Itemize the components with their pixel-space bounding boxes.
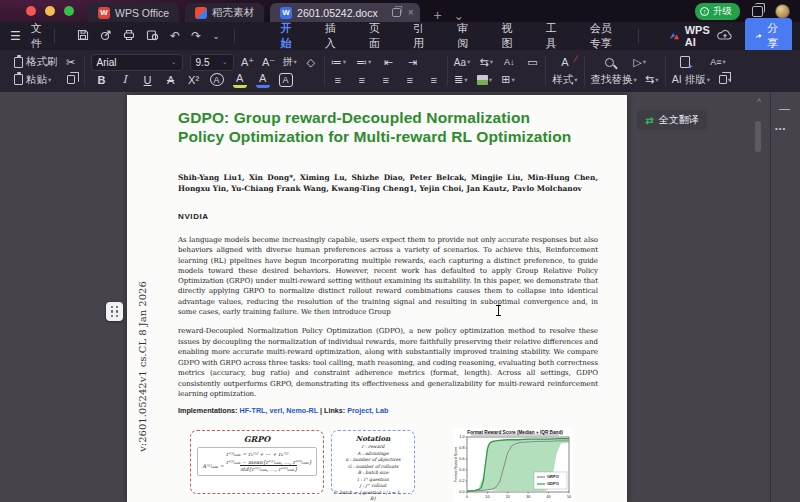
- decrease-indent-button[interactable]: ⇤: [381, 54, 395, 70]
- ai-layout-button[interactable]: AI 排版▾: [672, 72, 710, 88]
- italic-button[interactable]: I: [118, 72, 132, 88]
- shading-button[interactable]: ▾: [477, 72, 492, 88]
- paper-title: GDPO: Group reward-Decoupled Normalizati…: [178, 108, 574, 146]
- upgrade-button[interactable]: ↑ 升级: [695, 3, 740, 20]
- undo-icon[interactable]: ↶: [170, 30, 180, 42]
- svg-text:0.8: 0.8: [459, 446, 464, 450]
- highlight-color-button[interactable]: A: [233, 72, 247, 88]
- bold-button[interactable]: B: [95, 72, 109, 88]
- vertical-scrollbar[interactable]: [755, 121, 761, 152]
- scroll-top-button[interactable]: ˄: [753, 96, 765, 105]
- project-links[interactable]: Project, Lab: [347, 406, 388, 415]
- abstract-paragraph-2: reward-Decoupled Normalization Policy Op…: [178, 326, 598, 400]
- wps-logo-icon: W: [98, 7, 110, 19]
- find-replace-button[interactable]: 查找替换▾: [591, 72, 637, 88]
- sort-button[interactable]: A↓: [502, 54, 516, 70]
- clear-format-button[interactable]: ◇: [304, 54, 318, 70]
- toolbar: 格式刷 粘贴▾ ✂ Arial⌄ 9.5⌄ A⁺: [0, 50, 800, 92]
- bullets-button[interactable]: ≔▾: [331, 54, 346, 70]
- increase-indent-button[interactable]: ⇥: [405, 54, 419, 70]
- svg-text:0.2: 0.2: [459, 479, 464, 483]
- grow-font-button[interactable]: A⁺: [241, 54, 255, 70]
- select-button[interactable]: ▷▾: [633, 54, 647, 70]
- svg-text:0.0: 0.0: [459, 490, 464, 494]
- tab-wps-ai[interactable]: WPS AI: [669, 24, 717, 48]
- distribute-button[interactable]: ≡: [427, 72, 441, 88]
- font-name-select[interactable]: Arial⌄: [91, 54, 183, 71]
- borders-button[interactable]: ⊞▾: [501, 72, 515, 88]
- superscript-button[interactable]: X²: [187, 72, 201, 88]
- align-right-button[interactable]: ≡: [379, 72, 393, 88]
- justify-button[interactable]: ≡: [403, 72, 417, 88]
- reward-chart: Format Reward Score (Median + IQR Band)0…: [453, 428, 573, 502]
- drag-handle[interactable]: [106, 302, 123, 321]
- layers-icon: [719, 75, 727, 84]
- tab-docer[interactable]: 稻壳素材: [185, 3, 264, 22]
- quick-access-dropdown-icon[interactable]: ⌄: [212, 32, 220, 41]
- tab-label: WPS Office: [115, 7, 169, 19]
- export-icon[interactable]: [100, 29, 112, 43]
- minimize-window-button[interactable]: [45, 6, 55, 16]
- align-center-button[interactable]: ≡: [355, 72, 369, 88]
- hamburger-icon[interactable]: ☰: [10, 30, 21, 42]
- replace-swap-button[interactable]: ⇆▾: [645, 72, 659, 88]
- tab-wps-office[interactable]: W WPS Office: [88, 3, 179, 22]
- underline-button[interactable]: U: [141, 72, 155, 88]
- text-frame-icon[interactable]: ▭: [525, 54, 539, 70]
- copy-button[interactable]: [64, 72, 78, 88]
- wps-office-window: W WPS Office 稻壳素材 W 2601.05242.docx × + …: [0, 0, 800, 502]
- implementation-links[interactable]: HF-TRL, verl, Nemo-RL: [240, 406, 319, 415]
- styles-button[interactable]: 样式▾: [552, 72, 577, 88]
- align-left-button[interactable]: ≡: [331, 72, 345, 88]
- search-icon[interactable]: [603, 54, 617, 70]
- paper-affiliation: NVIDIA: [178, 212, 209, 221]
- close-window-button[interactable]: [26, 6, 36, 16]
- notation-figure-box: Notation r : rewardA : advantagen : numb…: [331, 430, 415, 494]
- right-rail-divider: [770, 92, 771, 502]
- font-size-select[interactable]: 9.5⌄: [190, 54, 234, 71]
- share-label: 分享: [767, 21, 782, 51]
- numbering-button[interactable]: ≕▾: [356, 54, 371, 70]
- change-case-button[interactable]: Aa▾: [454, 54, 471, 70]
- cut-button[interactable]: ✂: [64, 54, 78, 70]
- full-text-translate-button[interactable]: ⇄ 全文翻译: [637, 110, 707, 130]
- rail-minimize-icon[interactable]: —: [779, 102, 790, 114]
- svg-text:10: 10: [485, 495, 489, 499]
- upgrade-label: 升级: [713, 5, 732, 18]
- font-color-button[interactable]: A: [256, 72, 270, 88]
- line-spacing-button[interactable]: ≣▾: [454, 72, 468, 88]
- grpo-figure-box: GRPO r⁽ⁱʲ⁾ₛᵤₘ = r₁⁽ⁱʲ⁾ + ⋯ + rₙ⁽ⁱʲ⁾ A⁽ⁱʲ…: [190, 430, 324, 494]
- print-preview-icon[interactable]: [146, 29, 159, 43]
- svg-text:GRPO: GRPO: [547, 474, 559, 479]
- windows-stack-icon[interactable]: [752, 6, 763, 17]
- enclose-characters-button[interactable]: A: [210, 73, 224, 86]
- paste-button[interactable]: 粘贴▾: [14, 72, 51, 88]
- brush-icon: [14, 57, 23, 68]
- cloud-upload-icon[interactable]: [717, 29, 733, 43]
- layers-button[interactable]: ▾: [718, 72, 732, 88]
- format-painter-button[interactable]: 格式刷: [14, 54, 58, 70]
- abstract-paragraph-1: As language models become increasingly c…: [178, 235, 598, 317]
- shrink-font-button[interactable]: A⁻: [262, 54, 276, 70]
- paper-authors: Shih-Yang Liu1, Xin Dong*, Ximing Lu, Sh…: [178, 172, 598, 194]
- strikethrough-button[interactable]: A: [164, 72, 178, 88]
- document-page[interactable]: GDPO: Group reward-Decoupled Normalizati…: [127, 95, 627, 502]
- svg-text:Format Reward Score: Format Reward Score: [454, 447, 458, 482]
- print-icon[interactable]: [123, 29, 135, 43]
- tab-label: 稻壳素材: [212, 6, 254, 20]
- avatar[interactable]: [775, 4, 790, 19]
- styles-icon[interactable]: A: [558, 54, 572, 70]
- character-border-button[interactable]: A: [279, 73, 293, 87]
- phonetic-guide-button[interactable]: 拼▾: [283, 54, 297, 70]
- share-button[interactable]: 分享: [745, 18, 792, 54]
- save-icon[interactable]: [77, 29, 89, 43]
- redo-icon[interactable]: ↷: [191, 30, 201, 42]
- notation-lines: r : rewardA : advantagen : number of obj…: [332, 444, 414, 502]
- file-menu[interactable]: 文件: [31, 21, 47, 51]
- text-direction-button[interactable]: ⇆▾: [479, 54, 493, 70]
- text-tool-button[interactable]: A≡▾: [710, 54, 726, 70]
- ai-doc-icon[interactable]: [678, 54, 692, 70]
- zoom-window-button[interactable]: [64, 6, 74, 16]
- rail-more-icon[interactable]: •••: [775, 124, 786, 133]
- grpo-eq2: A⁽ⁱʲ⁾ₛᵤₘ = r⁽ⁱʲ⁾ₛᵤₘ − mean{r⁽ⁱ¹⁾ₛᵤₘ, …, …: [200, 459, 314, 472]
